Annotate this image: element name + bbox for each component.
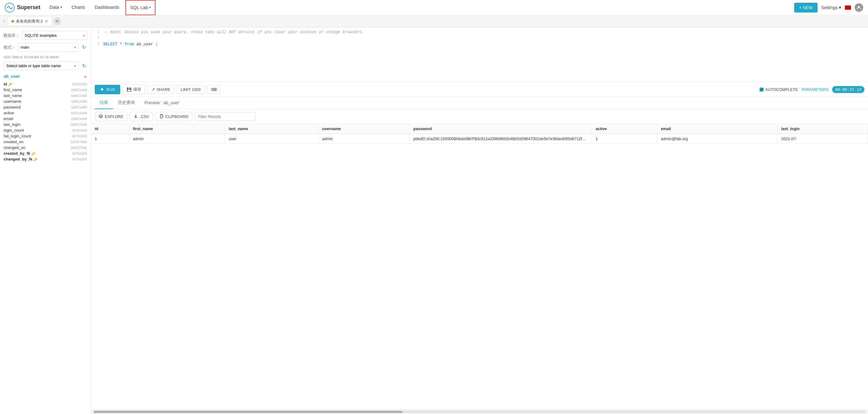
- table-body: 1 admin user admin pbkdf2:sha256:150000$…: [91, 134, 868, 144]
- editor-area: 1 -- Note: Unless you save your query, t…: [91, 27, 868, 414]
- database-select[interactable]: SQLITE examples: [22, 31, 87, 40]
- svg-rect-3: [134, 117, 137, 118]
- column-row: username VARCHAR: [4, 98, 87, 104]
- limit-button[interactable]: LIMIT 1000: [177, 85, 205, 94]
- column-row: email VARCHAR: [4, 116, 87, 122]
- column-row: active BOOLEAN: [4, 110, 87, 116]
- schema-label: 模式：: [4, 45, 16, 50]
- table-header: id first_name last_name username passwor…: [91, 124, 868, 134]
- columns-list: id 🔑 INTEGER first_name VARCHAR last_nam…: [4, 81, 87, 162]
- code-line-2: 2: [91, 36, 868, 42]
- drag-icon: ⠿: [3, 19, 6, 23]
- column-row: password VARCHAR: [4, 104, 87, 110]
- code-line-1: 1 -- Note: Unless you save your query, t…: [91, 30, 868, 36]
- table-refresh-button[interactable]: ↻: [81, 62, 87, 70]
- csv-button[interactable]: .CSV: [130, 112, 153, 121]
- tab-results[interactable]: 结果: [95, 97, 113, 109]
- schema-selector-row: 模式： main ↻: [4, 43, 87, 52]
- tab-close-icon[interactable]: ✕: [44, 19, 48, 24]
- filter-input[interactable]: [195, 112, 255, 121]
- scrollbar-track[interactable]: [94, 411, 866, 413]
- add-tab-button[interactable]: +: [54, 18, 61, 25]
- cell-password: pbkdf2:sha256:150000$Nbdx08KP$3c612a3396…: [410, 134, 592, 144]
- cell-last-login: 2021-07-: [777, 134, 868, 144]
- cell-first-name: admin: [129, 134, 225, 144]
- chevron-down-icon: ▾: [839, 5, 841, 10]
- results-tabs: 结果 历史查询 Preview: `ab_user`: [91, 97, 868, 110]
- sidebar: 数据库： SQLITE examples 模式： main ↻ SEE TABL…: [0, 27, 91, 414]
- new-button[interactable]: + NEW: [794, 3, 817, 12]
- nav-dashboards[interactable]: Dashboards: [91, 0, 124, 15]
- results-table-wrapper: id first_name last_name username passwor…: [91, 124, 868, 409]
- column-row: first_name VARCHAR: [4, 87, 87, 93]
- superset-logo-icon: [5, 3, 14, 12]
- query-timer: 00:00:25.13: [832, 86, 864, 93]
- run-button[interactable]: RUN: [95, 85, 120, 94]
- tab-history[interactable]: 历史查询: [113, 97, 140, 109]
- autocomplete-checkbox[interactable]: [760, 88, 764, 91]
- clipboard-button[interactable]: CLIPBOARD: [155, 112, 192, 121]
- chevron-up-icon: ▲: [84, 74, 87, 79]
- col-header-username: username: [318, 124, 409, 134]
- parameters-button[interactable]: PARAMETERS: [802, 87, 829, 92]
- column-row: last_name VARCHAR: [4, 93, 87, 98]
- user-avatar[interactable]: [855, 3, 863, 12]
- main-layout: 数据库： SQLITE examples 模式： main ↻ SEE TABL…: [0, 27, 868, 414]
- col-header-active: active: [592, 124, 657, 134]
- code-line-3: 3 SELECT * from ab_user ;: [91, 42, 868, 48]
- query-tab[interactable]: 未命名的查询 2 ✕: [8, 17, 52, 26]
- schema-select[interactable]: main: [18, 43, 79, 52]
- app-name: Superset: [17, 4, 40, 11]
- tab-preview[interactable]: Preview: `ab_user`: [140, 97, 185, 109]
- nav-sqllab[interactable]: SQL Lab ▾: [125, 0, 156, 15]
- toolbar-right: AUTOCOMPLETE PARAMETERS 00:00:25.13: [760, 86, 864, 93]
- explore-icon: [99, 114, 103, 119]
- nav-charts[interactable]: Charts: [67, 0, 89, 15]
- topnav-right: + NEW Settings ▾: [794, 3, 863, 12]
- nav-data[interactable]: Data ▾: [45, 0, 66, 15]
- explore-button[interactable]: EXPLORE: [95, 112, 127, 121]
- sql-editor[interactable]: 1 -- Note: Unless you save your query, t…: [91, 27, 868, 82]
- chevron-down-icon: ▾: [60, 5, 62, 9]
- column-row: id 🔑 INTEGER: [4, 81, 87, 87]
- col-header-email: email: [657, 124, 777, 134]
- col-header-first-name: first_name: [129, 124, 225, 134]
- tab-status-dot: [11, 20, 14, 23]
- col-header-last-name: last_name: [225, 124, 318, 134]
- key-icon: 🔑: [33, 158, 37, 161]
- database-select-wrapper: SQLITE examples: [22, 31, 87, 40]
- table-select-wrapper: Select table or type table name: [4, 61, 79, 70]
- share-icon: ↗: [152, 87, 155, 92]
- table-section-header: SEE TABLE SCHEMA 52 IN MAIN: [4, 55, 87, 59]
- download-icon: [134, 114, 138, 119]
- table-row: 1 admin user admin pbkdf2:sha256:150000$…: [91, 134, 868, 144]
- top-navigation: Superset Data ▾ Charts Dashboards SQL La…: [0, 0, 868, 15]
- keyboard-icon: ⌨: [211, 87, 217, 92]
- col-header-last-login: last_login: [777, 124, 868, 134]
- svg-rect-2: [100, 116, 101, 118]
- scrollbar-thumb[interactable]: [94, 411, 402, 413]
- autocomplete-toggle[interactable]: AUTOCOMPLETE: [760, 87, 798, 92]
- cell-id: 1: [91, 134, 129, 144]
- run-icon: [100, 87, 104, 91]
- app-logo[interactable]: Superset: [5, 3, 40, 12]
- cell-username: admin: [318, 134, 409, 144]
- horizontal-scrollbar[interactable]: [91, 409, 868, 414]
- results-table: id first_name last_name username passwor…: [91, 124, 868, 144]
- table-select-row: Select table or type table name ↻: [4, 61, 87, 70]
- tab-drag-handle[interactable]: ⠿: [2, 19, 6, 23]
- table-select[interactable]: Select table or type table name: [4, 61, 79, 70]
- table-name-header[interactable]: ab_user ▲: [4, 74, 87, 79]
- column-row: login_count INTEGER: [4, 127, 87, 133]
- col-header-id: id: [91, 124, 129, 134]
- column-row: created_on DATETIME: [4, 139, 87, 145]
- keyboard-button[interactable]: ⌨: [207, 85, 221, 94]
- settings-button[interactable]: Settings ▾: [821, 5, 841, 10]
- cell-last-name: user: [225, 134, 318, 144]
- query-toolbar: RUN 💾 保存 ↗ SHARE LIMIT 1000 ⌨ AUTOCOMPLE…: [91, 82, 868, 97]
- save-button[interactable]: 💾 保存: [123, 85, 145, 94]
- share-button[interactable]: ↗ SHARE: [148, 85, 174, 94]
- language-flag-icon[interactable]: [845, 5, 851, 10]
- cell-email: admin@fab.org: [657, 134, 777, 144]
- schema-refresh-button[interactable]: ↻: [81, 43, 87, 51]
